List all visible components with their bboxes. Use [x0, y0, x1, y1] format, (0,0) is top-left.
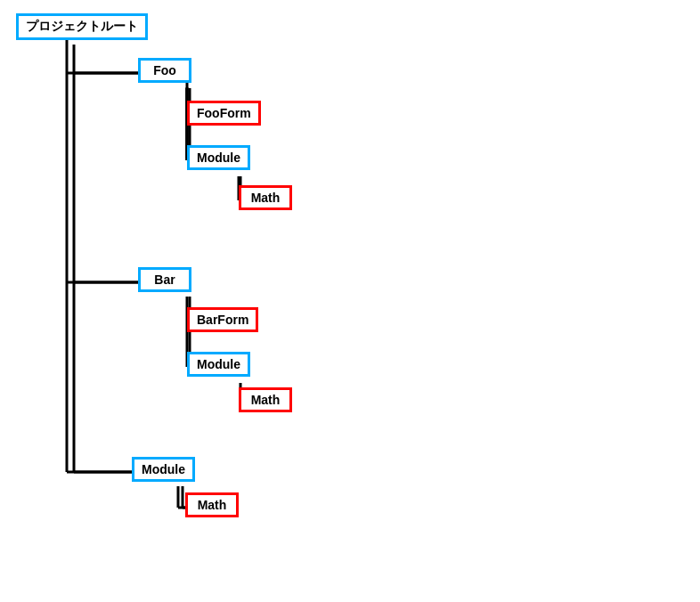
node-root-module: Module: [132, 457, 195, 482]
node-foo-label: Foo: [153, 63, 176, 77]
node-root-label: プロジェクトルート: [26, 19, 138, 35]
node-foo-math: Math: [239, 185, 292, 210]
tree-container: プロジェクトルート Foo FooForm Module Math Bar Ba…: [0, 0, 700, 602]
node-bar-math: Math: [239, 387, 292, 412]
node-root: プロジェクトルート: [16, 13, 148, 40]
node-barform: BarForm: [187, 307, 258, 332]
node-root-module-label: Module: [142, 462, 185, 476]
node-bar-module: Module: [187, 352, 250, 377]
node-bar-module-label: Module: [197, 357, 240, 371]
node-fooform-label: FooForm: [197, 106, 251, 120]
node-foo-math-label: Math: [251, 191, 281, 205]
tree-lines: [0, 0, 700, 602]
node-foo-module-label: Module: [197, 150, 240, 165]
node-bar-label: Bar: [154, 273, 175, 287]
node-root-math: Math: [185, 492, 239, 517]
node-barform-label: BarForm: [197, 313, 248, 327]
node-fooform: FooForm: [187, 101, 261, 126]
node-foo: Foo: [138, 58, 191, 83]
node-bar: Bar: [138, 267, 191, 292]
node-foo-module: Module: [187, 145, 250, 170]
node-bar-math-label: Math: [251, 393, 281, 407]
node-root-math-label: Math: [198, 498, 227, 512]
tree-lines-clean: [0, 0, 700, 602]
